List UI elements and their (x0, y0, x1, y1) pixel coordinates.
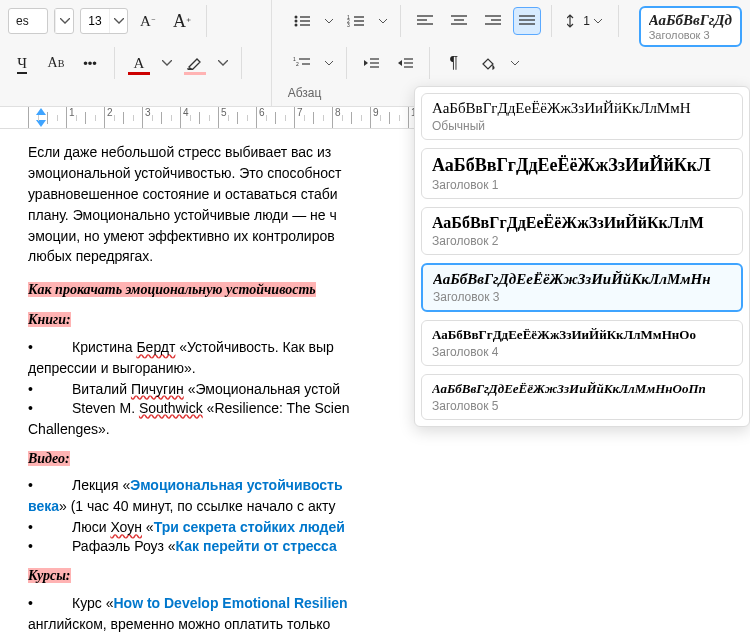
numbered-list-button[interactable]: 123 (342, 7, 370, 35)
svg-point-0 (294, 16, 297, 19)
align-justify-button[interactable] (513, 7, 541, 35)
heading-video: Видео: (28, 451, 70, 466)
list-item: •Рафаэль Роуз «Как перейти от стресса (28, 537, 722, 556)
style-label: Заголовок 5 (432, 399, 732, 413)
styles-dropdown[interactable]: АаБбВвГгДдЕеЁёЖжЗзИиЙйКкЛлМмН Обычный Аа… (414, 86, 750, 427)
heading-courses: Курсы: (28, 568, 71, 583)
decrease-indent-button[interactable] (357, 49, 385, 77)
smallcaps-button[interactable]: AB (42, 49, 70, 77)
line-spacing-icon (567, 14, 579, 28)
svg-text:2: 2 (296, 61, 299, 67)
numbered-list-dropdown[interactable] (376, 7, 390, 35)
paragraph-shading-button[interactable] (474, 49, 502, 77)
bulleted-list-button[interactable] (288, 7, 316, 35)
style-sample: АаБбВвГгДдЕеЁёЖжЗзИиЙйКкЛлМмНнОо (432, 327, 732, 343)
list-item: •Курс «How to Develop Emotional Resilien (28, 594, 722, 613)
chevron-down-icon (109, 9, 127, 33)
hanging-indent-marker[interactable] (36, 120, 46, 127)
font-size-combo[interactable] (80, 8, 128, 34)
style-sample: АаБбВвГгДдЕеЁёЖжЗзИиЙйКкЛ (432, 155, 732, 176)
paragraph-shading-dropdown[interactable] (508, 49, 522, 77)
paragraph-line: английском, временно можно оплатить толь… (28, 615, 722, 634)
style-label: Заголовок 1 (432, 178, 732, 192)
svg-text:3: 3 (347, 22, 350, 28)
bulleted-list-dropdown[interactable] (322, 7, 336, 35)
style-label: Заголовок 4 (432, 345, 732, 359)
svg-text:1: 1 (347, 14, 350, 20)
align-right-button[interactable] (479, 7, 507, 35)
style-preview-label: Заголовок 3 (649, 29, 732, 41)
paint-bucket-icon (480, 56, 496, 70)
svg-point-2 (294, 20, 297, 23)
highlight-button[interactable] (181, 49, 209, 77)
highlight-dropdown[interactable] (215, 49, 231, 77)
increase-indent-button[interactable] (391, 49, 419, 77)
increase-font-button[interactable]: A⁺ (168, 7, 196, 35)
style-item-heading5[interactable]: АаБбВвГгДдЕеЁёЖжЗзИиЙйКкЛлМмНнОоПп Загол… (421, 374, 743, 420)
underline-button[interactable]: Ч (8, 49, 36, 77)
line-spacing-button[interactable]: 1 (562, 7, 608, 35)
link[interactable]: Три секрета стойких людей (154, 519, 345, 535)
heading-books: Книги: (28, 312, 71, 327)
style-sample: АаБбВвГгДдЕеЁёЖжЗзИиЙйКкЛлМмНнОоПп (432, 381, 732, 397)
list-item: •Люси Хоун «Три секрета стойких людей (28, 518, 722, 537)
multilevel-list-button[interactable]: 12 (288, 49, 316, 77)
style-item-heading1[interactable]: АаБбВвГгДдЕеЁёЖжЗзИиЙйКкЛ Заголовок 1 (421, 148, 743, 199)
heading-howto: Как прокачать эмоциональную устойчивость (28, 282, 316, 297)
style-item-heading3[interactable]: АаБбВвГгДдЕеЁёЖжЗзИиЙйКкЛлМмНн Заголовок… (421, 263, 743, 312)
first-line-indent-marker[interactable] (36, 108, 46, 115)
style-label: Заголовок 3 (433, 290, 731, 304)
highlighter-icon (186, 56, 204, 70)
toolbar-row-1: es A⁻ A⁺ (0, 0, 271, 42)
paragraph-line: века» (1 час 40 минут, по ссылке начало … (28, 497, 722, 516)
style-label: Заголовок 2 (432, 234, 732, 248)
more-font-button[interactable]: ••• (76, 49, 104, 77)
link[interactable]: Эмоциональная устойчивость (130, 477, 342, 493)
font-size-input[interactable] (81, 14, 109, 28)
svg-text:2: 2 (347, 18, 350, 24)
decrease-font-button[interactable]: A⁻ (134, 7, 162, 35)
svg-text:1: 1 (293, 56, 296, 62)
style-item-heading2[interactable]: АаБбВвГгДдЕеЁёЖжЗзИиЙйКкЛлМ Заголовок 2 (421, 207, 743, 255)
align-left-button[interactable] (411, 7, 439, 35)
svg-point-4 (294, 24, 297, 27)
style-label: Обычный (432, 119, 732, 133)
font-color-dropdown[interactable] (159, 49, 175, 77)
current-style-preview[interactable]: АаБбВвГгДд Заголовок 3 (639, 6, 742, 47)
link[interactable]: Как перейти от стресса (176, 538, 337, 554)
style-item-normal[interactable]: АаБбВвГгДдЕеЁёЖжЗзИиЙйКкЛлМмН Обычный (421, 93, 743, 140)
font-name-combo[interactable]: es (8, 8, 48, 34)
style-item-heading4[interactable]: АаБбВвГгДдЕеЁёЖжЗзИиЙйКкЛлМмНнОо Заголов… (421, 320, 743, 366)
font-name-value: es (13, 14, 32, 28)
font-color-button[interactable]: A (125, 49, 153, 77)
toolbar-row-2: Ч AB ••• A (0, 42, 271, 84)
nonprinting-chars-button[interactable]: ¶ (440, 49, 468, 77)
multilevel-list-dropdown[interactable] (322, 49, 336, 77)
style-sample: АаБбВвГгДдЕеЁёЖжЗзИиЙйКкЛлМ (432, 214, 732, 232)
font-name-dropdown[interactable] (54, 8, 74, 34)
style-sample: АаБбВвГгДдЕеЁёЖжЗзИиЙйКкЛлМмНн (433, 271, 731, 288)
style-sample: АаБбВвГгДдЕеЁёЖжЗзИиЙйКкЛлМмН (432, 100, 732, 117)
style-preview-sample: АаБбВвГгДд (649, 12, 732, 29)
list-item: •Лекция «Эмоциональная устойчивость (28, 476, 722, 495)
align-center-button[interactable] (445, 7, 473, 35)
chevron-down-icon (55, 9, 73, 33)
line-spacing-value: 1 (583, 14, 590, 28)
link[interactable]: How to Develop Emotional Resilien (113, 595, 347, 611)
